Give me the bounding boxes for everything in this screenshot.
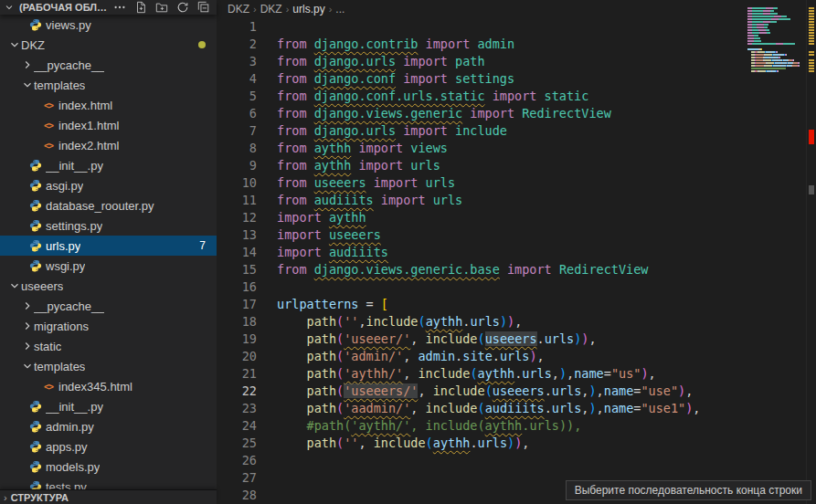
tree-item-migrations[interactable]: migrations (0, 316, 217, 336)
code-line-11[interactable]: 11from audiiits import urls (217, 192, 745, 209)
tree-item-asgi-py[interactable]: asgi.py (0, 175, 217, 195)
line-number[interactable]: 27 (217, 469, 257, 487)
line-number[interactable]: 7 (217, 122, 257, 140)
code-token: urlpatterns (277, 297, 358, 311)
line-number[interactable]: 20 (217, 348, 257, 365)
tree-item-templates[interactable]: templates (0, 356, 217, 376)
tree-item-tests-py[interactable]: tests.py (0, 477, 217, 489)
code-line-25[interactable]: 25 path('', include(aythh.urls)), (217, 435, 745, 452)
breadcrumb-item[interactable]: DKZ (228, 3, 249, 16)
line-number[interactable]: 9 (217, 157, 257, 174)
overview-ruler[interactable] (806, 0, 816, 504)
tree-item-label: apps.py (46, 440, 88, 454)
line-number[interactable]: 14 (217, 244, 257, 261)
line-number[interactable]: 5 (217, 88, 257, 105)
code-line-26[interactable]: 26 (217, 452, 745, 469)
code-line-5[interactable]: 5from django.conf.urls.static import sta… (217, 88, 745, 105)
new-folder-icon[interactable] (154, 0, 169, 15)
ruler-warning-mark (809, 16, 814, 17)
code-line-14[interactable]: 14import audiiits (217, 244, 745, 261)
tree-item-index1-html[interactable]: <>index1.html (0, 115, 217, 135)
line-number[interactable]: 11 (217, 192, 257, 209)
line-number[interactable]: 24 (217, 417, 257, 435)
tree-item-static[interactable]: static (0, 336, 217, 356)
code-line-4[interactable]: 4from django.conf import settings (217, 70, 745, 88)
line-number[interactable]: 23 (217, 400, 257, 417)
refresh-icon[interactable] (175, 0, 190, 15)
line-number[interactable]: 6 (217, 105, 257, 122)
code-line-24[interactable]: 24 #path('aythh/', include(aythh.urls)), (217, 417, 745, 435)
code-line-10[interactable]: 10from useeers import urls (217, 174, 745, 192)
line-number[interactable]: 10 (217, 174, 257, 192)
code-line-6[interactable]: 6from django.views.generic import Redire… (217, 105, 745, 122)
tree-item-index345-html[interactable]: <>index345.html (0, 376, 217, 396)
code-line-23[interactable]: 23 path('aadmin/', include(audiiits.urls… (217, 400, 745, 417)
line-number[interactable]: 8 (217, 140, 257, 157)
more-icon[interactable] (112, 0, 127, 15)
code-token: aythh (426, 314, 463, 329)
line-number[interactable]: 16 (217, 278, 257, 296)
code-line-15[interactable]: 15from django.views.generic.base import … (217, 261, 745, 278)
tree-item-useeers[interactable]: useeers (0, 276, 217, 296)
line-number[interactable]: 2 (217, 36, 257, 53)
code-token: . (493, 349, 500, 363)
code-line-7[interactable]: 7from django.urls import include (217, 122, 745, 140)
code-line-12[interactable]: 12import aythh (217, 209, 745, 226)
code-line-20[interactable]: 20 path('admin/', admin.site.urls), (217, 348, 745, 365)
line-number[interactable]: 26 (217, 452, 257, 469)
tree-item-pycache[interactable]: __pycache__ (0, 296, 217, 316)
code-line-22[interactable]: 22 path('useeers/', include(useeers.urls… (217, 383, 745, 400)
new-file-icon[interactable] (133, 0, 148, 15)
code-line-18[interactable]: 18 path('',include(aythh.urls)), (217, 313, 745, 331)
line-number[interactable]: 13 (217, 226, 257, 244)
minimap-token (763, 10, 770, 12)
line-number[interactable]: 1 (217, 18, 257, 36)
line-number[interactable]: 21 (217, 365, 257, 383)
line-number[interactable]: 15 (217, 261, 257, 278)
code-line-19[interactable]: 19 path('useeer/', include(useeers.urls)… (217, 331, 745, 348)
tree-item-index-html[interactable]: <>index.html (0, 95, 217, 115)
code-line-16[interactable]: 16 (217, 278, 745, 296)
tree-item-init-py[interactable]: __init__.py (0, 396, 217, 416)
line-number[interactable]: 12 (217, 209, 257, 226)
code-line-2[interactable]: 2from django.contrib import admin (217, 36, 745, 53)
outline-section-header[interactable]: › СТРУКТУРА (0, 489, 217, 504)
tree-item-models-py[interactable]: models.py (0, 457, 217, 477)
code-line-1[interactable]: 1 (217, 18, 745, 36)
line-number[interactable]: 17 (217, 296, 257, 313)
collapse-all-icon[interactable] (196, 0, 211, 15)
tree-item-pycache[interactable]: __pycache__ (0, 55, 217, 75)
tree-item-settings-py[interactable]: settings.py (0, 215, 217, 236)
minimap[interactable] (747, 5, 804, 81)
code-line-21[interactable]: 21 path('aythh/', include(aythh.urls,),n… (217, 365, 745, 383)
tree-item-init-py[interactable]: __init__.py (0, 155, 217, 175)
line-number[interactable]: 18 (217, 313, 257, 331)
code-token: "use" (641, 383, 678, 398)
line-number[interactable]: 19 (217, 331, 257, 348)
code-area[interactable]: 12from django.contrib import admin3from … (217, 18, 745, 504)
tree-item-dkz[interactable]: DKZ (0, 35, 217, 55)
tree-item-urls-py[interactable]: urls.py7 (0, 236, 217, 256)
tree-item-wsgi-py[interactable]: wsgi.py (0, 256, 217, 276)
tree-item-index2-html[interactable]: <>index2.html (0, 135, 217, 155)
tree-item-templates[interactable]: templates (0, 75, 217, 95)
chevron-down-icon[interactable] (2, 0, 16, 15)
line-number[interactable]: 22 (217, 383, 257, 400)
tree-item-apps-py[interactable]: apps.py (0, 436, 217, 457)
tree-item-views-py[interactable]: views.py (0, 15, 217, 35)
breadcrumb-item[interactable]: DKZ (260, 3, 282, 16)
tree-item-admin-py[interactable]: admin.py (0, 416, 217, 436)
tree-item-database-roouter-py[interactable]: database_roouter.py (0, 195, 217, 215)
ruler-warning-mark (809, 54, 814, 56)
line-number[interactable]: 4 (217, 70, 257, 88)
breadcrumb-item-file[interactable]: urls.py (292, 3, 324, 16)
code-line-9[interactable]: 9from aythh import urls (217, 157, 745, 174)
line-number[interactable]: 25 (217, 435, 257, 452)
code-line-8[interactable]: 8from aythh import views (217, 140, 745, 157)
line-number[interactable]: 3 (217, 53, 257, 70)
code-line-13[interactable]: 13import useeers (217, 226, 745, 244)
line-number[interactable]: 28 (217, 487, 257, 504)
breadcrumb-item-symbol[interactable]: ... (335, 3, 344, 16)
code-line-3[interactable]: 3from django.urls import path (217, 53, 745, 70)
code-line-17[interactable]: 17urlpatterns = [ (217, 296, 745, 313)
